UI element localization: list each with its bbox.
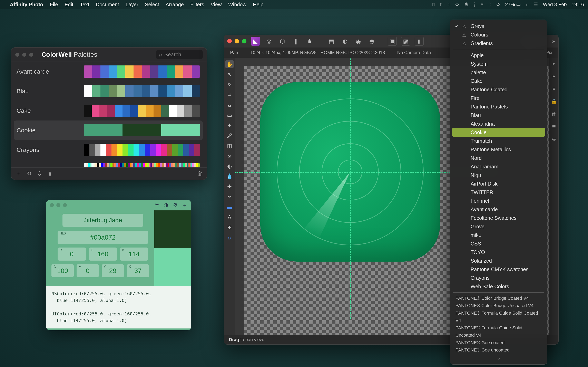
bluetooth-headset-icon[interactable]: ᚼ	[448, 2, 450, 7]
dropdown-item[interactable]: Crayons	[452, 274, 545, 282]
dropdown-item[interactable]: Nord	[452, 154, 545, 162]
dropdown-item[interactable]: Apple	[452, 51, 545, 59]
persona-liquify-icon[interactable]: ⬡	[278, 37, 287, 46]
wifi2-icon[interactable]: ⦚	[473, 2, 476, 7]
dodge-tool[interactable]: ◐	[225, 162, 233, 170]
palette-row[interactable]: Avant carde	[14, 62, 203, 81]
dropdown-item[interactable]: Alexandria	[452, 119, 545, 128]
b-value[interactable]: 114	[120, 248, 148, 261]
menu-arrange[interactable]: Arrange	[165, 2, 184, 8]
menu-edit[interactable]: Edit	[65, 2, 73, 8]
palette-row[interactable]: CSS	[14, 160, 203, 167]
levels-icon[interactable]: ⫿	[415, 37, 424, 46]
hand-tool[interactable]: ✋	[225, 60, 233, 68]
brightness-icon[interactable]: ☀	[155, 202, 159, 209]
palette-row[interactable]: Crayons	[14, 140, 203, 160]
paint-brush-tool[interactable]: 🖌	[225, 132, 233, 140]
toolbar-overflow-icon[interactable]: »	[552, 38, 555, 44]
mesh-tool[interactable]: ⊞	[225, 223, 233, 231]
palette-icon[interactable]: ◑	[164, 202, 168, 209]
palette-row[interactable]: Blau	[14, 81, 203, 101]
dropdown-item[interactable]: Grove	[452, 222, 545, 231]
dropdown-item[interactable]: Pantone CMYK swatches	[452, 265, 545, 274]
healing-tool[interactable]: ✚	[225, 183, 233, 191]
close-button[interactable]	[15, 53, 19, 57]
dropdown-item[interactable]: palette	[452, 68, 545, 77]
crop-guide-icon[interactable]: ▨	[401, 37, 410, 46]
panel-toggle-icon[interactable]: ⊕	[552, 136, 556, 142]
color-code-output[interactable]: NSColor(red:0/255.0, green:160/255.0, bl…	[46, 286, 191, 328]
pantone-item[interactable]: PANTONE® Formula Guide Solid Uncoated V4	[456, 324, 542, 339]
timemachine-icon[interactable]: ↺	[496, 2, 500, 7]
colorwell-titlebar[interactable]: ColorWell Palettes ⌕ Search	[11, 48, 207, 62]
marquee-tool[interactable]: ▭	[225, 111, 233, 119]
palette-row[interactable]: Cookie	[14, 120, 203, 140]
minimize-button[interactable]	[56, 203, 61, 207]
hue-icon[interactable]: ◉	[354, 37, 363, 46]
menu-filters[interactable]: Filters	[190, 2, 204, 8]
color-picker-tool[interactable]: ✎	[225, 81, 233, 89]
zoom-button[interactable]	[63, 203, 67, 207]
dropdown-item[interactable]: TOYO	[452, 248, 545, 257]
dropdown-item[interactable]: TWITTER	[452, 188, 545, 197]
import-button[interactable]: ⇩	[37, 170, 42, 177]
gradient-icon[interactable]: ◓	[367, 37, 376, 46]
export-button[interactable]: ⇧	[48, 170, 52, 177]
bluetooth-icon[interactable]: ᚼ	[488, 2, 491, 7]
pen-tool[interactable]: ✒	[225, 193, 233, 201]
dropdown-item[interactable]: Anagramam	[452, 162, 545, 171]
spotlight-icon[interactable]: ⌕	[526, 2, 528, 7]
dropdown-item[interactable]: Pantone Metallics	[452, 145, 545, 154]
refresh-button[interactable]: ↻	[27, 170, 31, 177]
scroll-down-icon[interactable]: ⌄	[452, 355, 545, 361]
minimize-button[interactable]	[22, 53, 26, 57]
menubar-extra-icon[interactable]: ⎍	[440, 2, 443, 7]
colorwell-detail-titlebar[interactable]: ☀ ◑ ⚙ ＋	[46, 200, 191, 210]
zoom-button[interactable]	[242, 39, 246, 43]
app-name[interactable]: Affinity Photo	[10, 2, 43, 8]
menu-file[interactable]: File	[50, 2, 58, 8]
menubar-extra-icon[interactable]: ⎍	[432, 2, 435, 7]
menubar-time[interactable]: 19:16	[572, 2, 584, 7]
menu-layer[interactable]: Layer	[126, 2, 138, 8]
marquee-icon[interactable]: ▣	[388, 37, 397, 46]
dropdown-item[interactable]: Solarized	[452, 257, 545, 265]
text-tool[interactable]: A	[225, 213, 233, 221]
trash-button[interactable]: 🗑	[197, 170, 203, 177]
minimize-button[interactable]	[234, 39, 239, 43]
colorwell-search[interactable]: ⌕ Search	[156, 50, 203, 59]
menu-text[interactable]: Text	[80, 2, 89, 8]
menu-view[interactable]: View	[211, 2, 222, 8]
flood-select-tool[interactable]: ✦	[225, 121, 233, 129]
dropdown-item[interactable]: Blau	[452, 111, 545, 119]
pantone-item[interactable]: PANTONE® Color Bridge Uncoated V4	[456, 302, 542, 309]
dropdown-item[interactable]: miku	[452, 231, 545, 239]
crop-tool[interactable]: ⌗	[225, 91, 233, 99]
dropdown-item[interactable]: AirPort Disk	[452, 179, 545, 188]
battery-status[interactable]: 27%▭	[505, 2, 521, 7]
menubar-date[interactable]: Wed 3 Feb	[543, 2, 567, 7]
panel-toggle-icon[interactable]: 🗑	[552, 111, 556, 117]
dropdown-item[interactable]: Focoltone Swatches	[452, 214, 545, 222]
clone-tool[interactable]: ⍟	[225, 152, 233, 160]
swatches-icon[interactable]: ▤	[327, 37, 336, 46]
panel-toggle-icon[interactable]: ▸	[553, 60, 555, 66]
persona-photo-icon[interactable]: ◎	[264, 37, 273, 46]
dropdown-item[interactable]: System	[452, 59, 545, 68]
contrast-icon[interactable]: ◐	[340, 37, 349, 46]
guide-vertical[interactable]	[350, 58, 351, 319]
dropdown-item[interactable]: Trumatch	[452, 137, 545, 145]
affinity-logo-icon[interactable]: ◣	[251, 37, 260, 46]
dropdown-item[interactable]: CSS	[452, 239, 545, 248]
shape-tool[interactable]: ▬	[225, 203, 233, 211]
color-name[interactable]: Jitterbug Jade	[62, 214, 143, 227]
panel-toggle-icon[interactable]: ≡	[553, 86, 555, 92]
sync-icon[interactable]: ⟳	[455, 2, 459, 7]
dropdown-item[interactable]: △Colours	[452, 30, 545, 39]
palette-list[interactable]: Avant cardeBlauCakeCookieCrayonsCSS	[11, 62, 207, 167]
dropdown-item[interactable]: Fennnel	[452, 197, 545, 205]
dropdown-item[interactable]: Pantone Coated	[452, 85, 545, 94]
dropdown-item[interactable]: Cookie	[452, 128, 545, 137]
dropdown-item[interactable]: Niqu	[452, 171, 545, 179]
hex-value[interactable]: #00a072	[58, 231, 148, 244]
